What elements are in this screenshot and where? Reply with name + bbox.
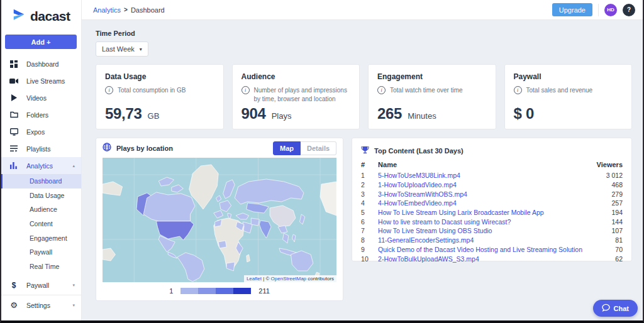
chat-button[interactable]: Chat (593, 300, 638, 317)
row-viewers: 81 (582, 236, 623, 244)
stat-card-unit: Minutes (408, 111, 436, 121)
content-link[interactable]: 4-HowToEmbedVideo.mp4 (378, 199, 582, 207)
map-legend: 1 211 (96, 282, 343, 300)
chevron-down-icon: ▾ (72, 303, 75, 308)
sidebar-item-label: Folders (26, 111, 48, 119)
stat-card-description: Total sales and revenue (526, 86, 593, 95)
add-button[interactable]: Add + (5, 35, 77, 49)
info-icon: i (514, 86, 522, 94)
sidebar-item-label: Paywall (26, 282, 49, 289)
openstreetmap-link[interactable]: OpenStreetMap (271, 276, 306, 282)
content-link[interactable]: 11-GeneralEncoderSettings.mp4 (378, 236, 582, 244)
sidebar-item-paywall[interactable]: $ Paywall ▾ (0, 276, 81, 293)
sidebar-item-label: Videos (26, 94, 47, 102)
details-toggle-button[interactable]: Details (301, 141, 336, 155)
gear-icon: ⚙ (9, 301, 18, 309)
row-rank: 6 (361, 218, 378, 226)
map-card-title: Plays by location (116, 145, 173, 152)
world-map[interactable]: Leaflet | © OpenStreetMap contributors (103, 158, 336, 282)
row-rank: 3 (361, 190, 378, 198)
analytics-submenu-item[interactable]: Content (0, 217, 81, 231)
stat-card-title: Paywall (514, 72, 623, 81)
stat-card-value: 904 (242, 105, 266, 123)
legend-swatch (216, 288, 233, 294)
dacast-logo[interactable]: dacast (0, 0, 81, 30)
play-icon (9, 94, 18, 101)
row-viewers: 257 (582, 199, 623, 207)
sidebar-item-live-streams[interactable]: Live Streams (0, 72, 81, 89)
sidebar-item-settings[interactable]: ⚙ Settings ▾ (0, 297, 81, 314)
leaflet-link[interactable]: Leaflet (247, 276, 262, 282)
row-rank: 5 (361, 209, 378, 216)
chat-bubble-icon (602, 304, 610, 313)
stat-card: Paywall i Total sales and revenue $ 0 (504, 64, 633, 129)
breadcrumb-separator-icon: > (124, 6, 128, 13)
analytics-submenu-item[interactable]: Real Time (0, 260, 81, 274)
sidebar-item-dashboard[interactable]: Dashboard (0, 55, 81, 72)
sidebar-item-label: Live Streams (26, 77, 65, 85)
column-viewers: Viewers (582, 161, 623, 168)
content-link[interactable]: 3-HowToStreamWithOBS.mp4 (378, 190, 582, 198)
row-rank: 2 (361, 181, 378, 189)
analytics-submenu-item[interactable]: Audience (0, 202, 81, 217)
breadcrumb-current-page: Dashboard (131, 6, 165, 14)
choropleth-map-svg (103, 158, 336, 282)
analytics-submenu-item[interactable]: Dashboard (0, 174, 81, 189)
row-rank: 7 (361, 227, 378, 234)
content-link[interactable]: Quick Demo of the Dacast Video Hosting a… (378, 246, 582, 253)
user-avatar[interactable]: HD (604, 4, 617, 16)
breadcrumb-section[interactable]: Analytics (93, 6, 121, 14)
stat-card-unit: Plays (272, 111, 292, 121)
globe-icon (103, 143, 111, 154)
sidebar-item-videos[interactable]: Videos (0, 89, 81, 106)
stat-card-description: Total watch time over time (390, 86, 463, 95)
content-link[interactable]: How to live stream to Dacast using Wirec… (378, 218, 582, 226)
row-rank: 10 (361, 255, 378, 263)
time-period-select[interactable]: Last Week ▾ (96, 41, 148, 57)
submenu-item-label: Dashboard (30, 177, 62, 185)
stat-card: Engagement i Total watch time over time … (368, 64, 496, 129)
sidebar-item-expos[interactable]: Expos (0, 123, 81, 140)
bar-chart-icon (9, 162, 18, 169)
content-link[interactable]: 2-HowToBulkUploadAWS_S3.mp4 (378, 255, 582, 263)
top-content-title: Top Content (Last 30 Days) (374, 147, 464, 155)
map-toggle-button[interactable]: Map (273, 141, 301, 155)
content-link[interactable]: 5-HowToUseM3U8Link.mp4 (378, 172, 582, 179)
analytics-submenu-item[interactable]: Data Usage (0, 189, 81, 203)
analytics-submenu-item[interactable]: Paywall (0, 245, 81, 260)
upgrade-button[interactable]: Upgrade (552, 3, 592, 16)
content-link[interactable]: How To Live Stream Using OBS Studio (378, 227, 582, 234)
sidebar-item-analytics[interactable]: Analytics ▴ (0, 157, 81, 174)
stat-card-value: $ 0 (514, 105, 534, 123)
stat-card-title: Data Usage (105, 72, 214, 81)
row-viewers: 107 (582, 227, 623, 234)
row-rank: 9 (361, 246, 378, 253)
row-viewers: 194 (582, 209, 623, 216)
chevron-down-icon: ▾ (140, 47, 142, 52)
stat-card: Data Usage i Total consumption in GB 59,… (96, 64, 224, 129)
sidebar-item-playlists[interactable]: Playlists (0, 140, 81, 157)
main-content: Time Period Last Week ▾ Data Usage i Tot… (82, 21, 644, 320)
analytics-submenu-item[interactable]: Engagement (0, 231, 81, 245)
topbar-actions: Upgrade HD ? (552, 3, 635, 16)
submenu-item-label: Content (30, 220, 53, 227)
table-row: 7 How To Live Stream Using OBS Studio 10… (361, 226, 623, 236)
legend-min: 1 (169, 287, 173, 295)
top-content-table-body: 1 5-HowToUseM3U8Link.mp4 3 012 2 1-HowTo… (361, 171, 623, 263)
stat-card-unit: GB (148, 111, 160, 121)
table-row: 10 2-HowToBulkUploadAWS_S3.mp4 62 (361, 254, 623, 263)
stat-cards-row: Data Usage i Total consumption in GB 59,… (96, 64, 632, 129)
column-name: Name (378, 161, 582, 168)
content-link[interactable]: 1-HowToUploadVideo.mp4 (378, 181, 582, 189)
trophy-icon (361, 145, 369, 156)
time-period-label: Time Period (96, 30, 632, 37)
sidebar-item-label: Dashboard (26, 60, 58, 68)
table-row: 8 11-GeneralEncoderSettings.mp4 81 (361, 236, 623, 245)
help-button[interactable]: ? (623, 4, 635, 16)
content-link[interactable]: How To Live Stream Using Larix Broadcast… (378, 209, 582, 216)
bottom-row: Plays by location Map Details (96, 138, 632, 301)
table-row: 9 Quick Demo of the Dacast Video Hosting… (361, 245, 623, 255)
sidebar-divider (0, 295, 81, 295)
table-row: 1 5-HowToUseM3U8Link.mp4 3 012 (361, 171, 623, 180)
sidebar-item-folders[interactable]: Folders (0, 106, 81, 123)
